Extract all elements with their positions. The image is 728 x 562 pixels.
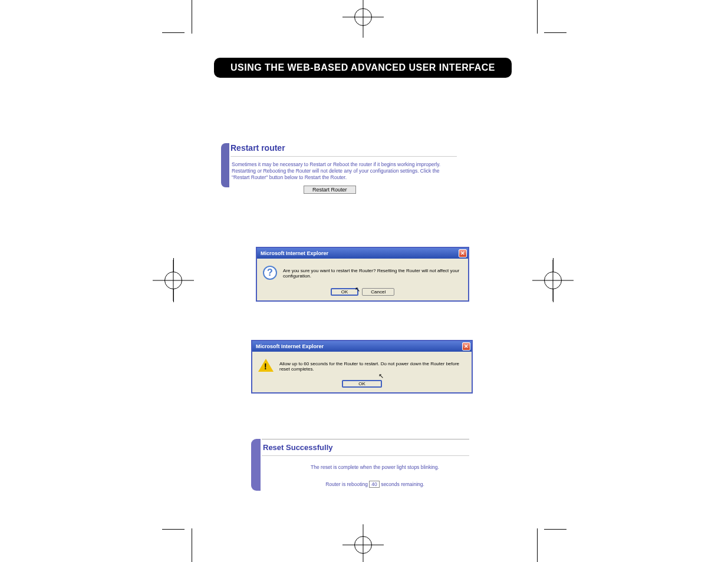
crop-mark bbox=[192, 0, 192, 34]
divider bbox=[262, 455, 469, 456]
dialog-titlebar: Microsoft Internet Explorer ✕ bbox=[257, 248, 468, 259]
reset-message: The reset is complete when the power lig… bbox=[281, 464, 469, 470]
dialog-body: ? Are you sure you want to restart the R… bbox=[257, 259, 468, 286]
dialog-titlebar: Microsoft Internet Explorer ✕ bbox=[252, 341, 472, 352]
panel-accent bbox=[251, 439, 261, 491]
page-title: USING THE WEB-BASED ADVANCED USER INTERF… bbox=[230, 62, 495, 73]
crop-mark bbox=[537, 528, 538, 562]
page-header: USING THE WEB-BASED ADVANCED USER INTERF… bbox=[214, 58, 512, 78]
confirm-restart-dialog: Microsoft Internet Explorer ✕ ? Are you … bbox=[256, 247, 469, 302]
dialog-message: Are you sure you want to restart the Rou… bbox=[283, 266, 462, 279]
restart-router-panel: Restart router Sometimes it may be neces… bbox=[221, 143, 457, 194]
crop-mark bbox=[192, 528, 192, 562]
crop-mark bbox=[544, 529, 566, 530]
registration-mark-icon bbox=[544, 272, 562, 289]
registration-mark-icon bbox=[354, 8, 372, 26]
dialog-buttons: OK bbox=[252, 378, 472, 392]
warning-icon bbox=[258, 359, 274, 372]
dialog-body: Allow up to 60 seconds for the Router to… bbox=[252, 352, 472, 378]
restart-description: Sometimes it may be necessary to Restart… bbox=[232, 161, 444, 181]
dialog-title: Microsoft Internet Explorer bbox=[256, 343, 324, 349]
dialog-title: Microsoft Internet Explorer bbox=[261, 250, 328, 256]
question-icon: ? bbox=[263, 266, 277, 280]
registration-mark-icon bbox=[164, 272, 182, 289]
panel-accent bbox=[221, 143, 229, 187]
countdown-suffix: seconds remaining. bbox=[380, 481, 424, 487]
ok-button[interactable]: OK bbox=[342, 380, 382, 388]
crop-mark bbox=[537, 0, 538, 34]
crop-mark bbox=[162, 32, 185, 33]
close-icon[interactable]: ✕ bbox=[459, 249, 467, 257]
crop-mark bbox=[544, 32, 566, 33]
close-icon[interactable]: ✕ bbox=[462, 342, 470, 351]
ok-button[interactable]: OK bbox=[331, 288, 359, 296]
countdown-prefix: Router is rebooting bbox=[325, 481, 369, 487]
divider bbox=[230, 156, 457, 157]
divider bbox=[262, 439, 469, 439]
restart-warning-dialog: Microsoft Internet Explorer ✕ Allow up t… bbox=[251, 340, 473, 394]
cancel-button[interactable]: Cancel bbox=[362, 288, 394, 296]
reset-success-panel: Reset Successfully The reset is complete… bbox=[251, 439, 469, 488]
dialog-buttons: OK Cancel bbox=[257, 286, 468, 300]
registration-mark-icon bbox=[354, 536, 372, 554]
reboot-countdown-line: Router is rebooting 40 seconds remaining… bbox=[281, 481, 469, 488]
restart-router-button[interactable]: Restart Router bbox=[304, 186, 356, 194]
dialog-message: Allow up to 60 seconds for the Router to… bbox=[279, 359, 466, 372]
restart-title: Restart router bbox=[230, 143, 457, 153]
crop-mark bbox=[162, 529, 185, 530]
countdown-value: 40 bbox=[369, 481, 379, 488]
reset-title: Reset Successfully bbox=[263, 443, 469, 452]
